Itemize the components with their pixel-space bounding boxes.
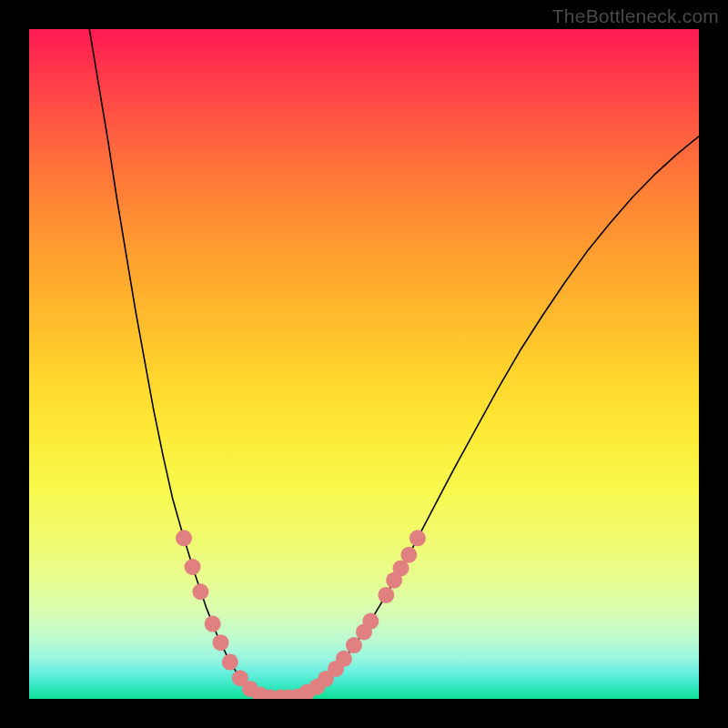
highlight-marker — [185, 559, 201, 575]
bottleneck-curve — [89, 29, 699, 698]
highlight-marker — [176, 530, 192, 546]
highlight-marker — [410, 530, 426, 546]
highlight-marker — [400, 547, 417, 563]
highlight-markers — [176, 530, 426, 699]
highlight-marker — [336, 651, 352, 667]
bottleneck-curve-svg — [29, 29, 699, 699]
highlight-marker — [378, 587, 394, 603]
chart-area — [29, 29, 699, 699]
highlight-marker — [192, 583, 208, 600]
attribution-text: TheBottleneck.com — [552, 5, 719, 27]
highlight-marker — [205, 616, 221, 632]
highlight-marker — [213, 634, 229, 651]
highlight-marker — [222, 654, 238, 671]
highlight-marker — [362, 613, 379, 630]
highlight-marker — [346, 637, 362, 653]
